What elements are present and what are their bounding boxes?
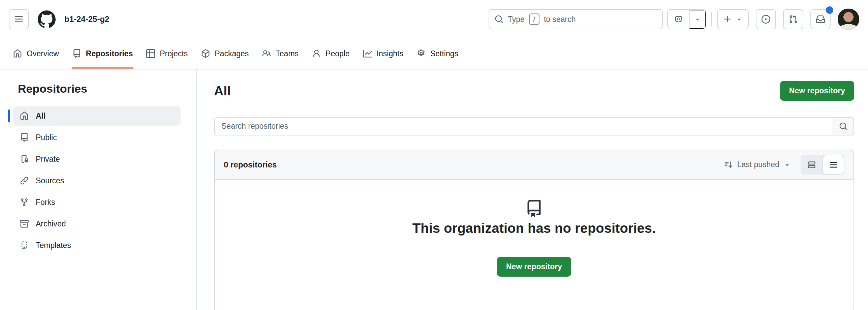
repo-forked-icon	[20, 198, 29, 207]
package-icon	[201, 49, 210, 58]
unread-notification-dot	[826, 6, 833, 14]
global-header: b1-24-25-g2 Type / to search	[0, 0, 868, 38]
tab-overview[interactable]: Overview	[13, 38, 59, 69]
home-icon	[13, 49, 22, 58]
github-mark-icon	[38, 10, 56, 28]
repositories-main: All New repository 0 repositories	[197, 69, 868, 310]
sidebar-item-public[interactable]: Public	[13, 128, 181, 147]
avatar[interactable]	[838, 8, 859, 30]
copilot-button-group	[667, 9, 706, 29]
new-repository-button[interactable]: New repository	[780, 81, 854, 101]
header-actions: Type / to search	[489, 8, 859, 30]
global-search-bar[interactable]: Type / to search	[489, 9, 663, 29]
create-new-button[interactable]	[717, 9, 749, 29]
page-body: Repositories All Public Private Sources …	[0, 69, 868, 310]
org-name[interactable]: b1-24-25-g2	[64, 14, 109, 24]
repo-icon	[20, 133, 29, 142]
tab-label: Insights	[377, 49, 403, 58]
org-nav: Overview Repositories Projects Packages …	[0, 38, 868, 69]
search-hint-prefix: Type	[508, 15, 525, 24]
empty-new-repository-button[interactable]: New repository	[497, 257, 571, 277]
sidebar-item-label: Sources	[36, 176, 64, 185]
chevron-down-icon	[736, 16, 743, 23]
sidebar-item-sources[interactable]: Sources	[13, 171, 181, 190]
link-icon	[20, 176, 29, 185]
tab-teams[interactable]: Teams	[262, 38, 299, 69]
list-icon	[829, 160, 838, 169]
inbox-icon	[816, 15, 825, 24]
tab-label: Teams	[276, 49, 299, 58]
table-icon	[146, 49, 155, 58]
cards-view-button[interactable]	[801, 155, 823, 175]
person-icon	[312, 49, 321, 58]
hamburger-button[interactable]	[9, 9, 29, 29]
tab-label: Packages	[215, 49, 249, 58]
copilot-icon	[674, 15, 683, 24]
copilot-menu-button[interactable]	[689, 10, 706, 29]
chevron-down-icon	[784, 161, 790, 168]
people-icon	[262, 49, 271, 58]
home-icon	[20, 112, 29, 120]
sidebar-item-label: All	[36, 112, 45, 121]
repo-search-submit-button[interactable]	[833, 117, 854, 135]
sort-dropdown[interactable]: Last pushed	[724, 160, 790, 169]
tab-label: Settings	[430, 49, 458, 58]
repo-list-header: 0 repositories Last pushed	[215, 150, 854, 180]
empty-state: This organization has no repositories. N…	[215, 180, 854, 310]
sort-label: Last pushed	[737, 160, 779, 169]
sidebar-item-label: Forks	[36, 198, 55, 207]
repo-template-icon	[20, 241, 29, 250]
sidebar-item-label: Private	[36, 155, 60, 164]
repo-list-panel: 0 repositories Last pushed	[214, 150, 854, 310]
repo-search-input[interactable]	[214, 117, 833, 135]
graph-icon	[363, 49, 372, 58]
tab-label: Repositories	[86, 49, 133, 58]
issue-opened-icon	[762, 15, 770, 24]
sidebar-item-label: Archived	[36, 219, 66, 228]
rows-icon	[807, 160, 816, 169]
three-bars-icon	[14, 15, 23, 24]
github-logo[interactable]	[38, 10, 56, 28]
pull-requests-button[interactable]	[783, 9, 803, 29]
gear-icon	[417, 49, 426, 58]
search-icon	[495, 15, 503, 24]
tab-people[interactable]: People	[312, 38, 350, 69]
tab-settings[interactable]: Settings	[417, 38, 458, 69]
tab-repositories[interactable]: Repositories	[72, 38, 133, 69]
sidebar-title: Repositories	[18, 82, 181, 95]
tab-packages[interactable]: Packages	[201, 38, 249, 69]
sidebar-item-label: Templates	[36, 241, 71, 250]
sidebar-item-templates[interactable]: Templates	[13, 236, 181, 255]
tab-label: Overview	[27, 49, 59, 58]
archive-icon	[20, 219, 29, 228]
search-icon	[839, 122, 848, 131]
empty-state-heading: This organization has no repositories.	[412, 221, 656, 236]
repositories-sidebar: Repositories All Public Private Sources …	[0, 69, 197, 310]
repo-icon	[72, 49, 81, 58]
repo-icon	[525, 200, 543, 217]
view-toggle	[801, 155, 844, 175]
git-pull-request-icon	[789, 15, 798, 24]
copilot-button[interactable]	[668, 10, 689, 29]
header-divider	[711, 12, 712, 26]
page-title: All	[214, 84, 231, 98]
repo-search-row	[214, 117, 854, 135]
tab-projects[interactable]: Projects	[146, 38, 188, 69]
sidebar-item-private[interactable]: Private	[13, 149, 181, 169]
sidebar-item-all[interactable]: All	[13, 106, 181, 126]
search-hint-suffix: to search	[544, 15, 576, 24]
list-view-button[interactable]	[823, 155, 844, 175]
sidebar-item-forks[interactable]: Forks	[13, 192, 181, 212]
notifications-wrapper	[810, 9, 831, 29]
issues-button[interactable]	[756, 9, 776, 29]
chevron-down-icon	[694, 16, 701, 23]
repo-locked-icon	[20, 155, 29, 163]
plus-icon	[723, 15, 732, 24]
slash-key-hint: /	[529, 13, 539, 25]
sidebar-item-label: Public	[36, 133, 57, 142]
sort-desc-icon	[724, 160, 733, 169]
tab-label: Projects	[160, 49, 188, 58]
repo-count: 0 repositories	[224, 160, 277, 169]
tab-insights[interactable]: Insights	[363, 38, 403, 69]
sidebar-item-archived[interactable]: Archived	[13, 214, 181, 234]
